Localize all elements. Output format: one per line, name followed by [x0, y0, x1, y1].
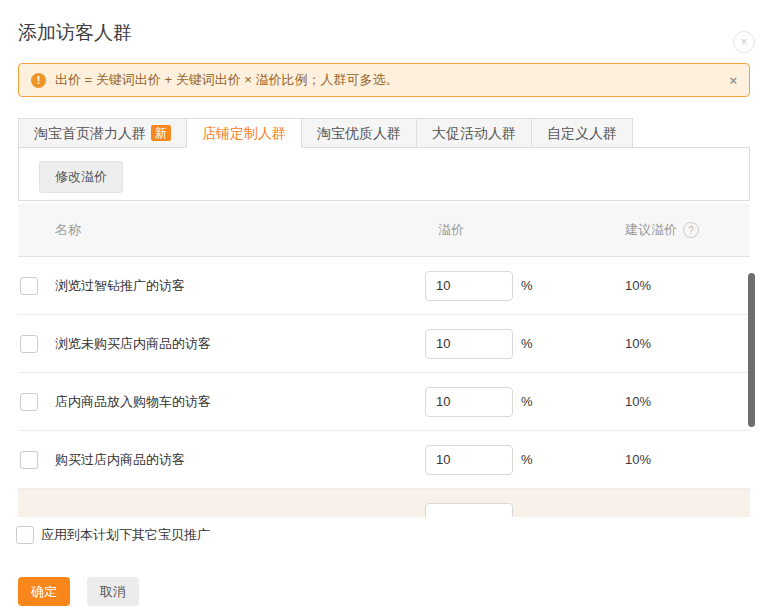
alert-text: 出价 = 关键词出价 + 关键词出价 × 溢价比例；人群可多选。 [55, 71, 398, 89]
percent-sign: % [521, 394, 533, 409]
row-checkbox[interactable] [20, 335, 38, 353]
suggested-premium-value: 10% [625, 278, 651, 293]
suggested-premium-value: 10% [625, 336, 651, 351]
audience-name: 购买过店内商品的访客 [55, 451, 425, 469]
row-checkbox[interactable] [20, 451, 38, 469]
apply-to-plan-checkbox[interactable] [16, 526, 34, 544]
premium-input[interactable] [425, 503, 513, 517]
scrollbar-thumb[interactable] [748, 273, 755, 427]
audience-name: 店内商品放入购物车的访客 [55, 393, 425, 411]
table-header: 名称 溢价 建议溢价 ? [18, 204, 750, 257]
modal-footer: 确定 取消 [18, 577, 750, 606]
percent-sign: % [521, 336, 533, 351]
premium-input[interactable] [425, 271, 513, 301]
row-checkbox[interactable] [20, 277, 38, 295]
audience-name: 浏览过智钻推广的访客 [55, 277, 425, 295]
tab-taobao-quality[interactable]: 淘宝优质人群 [301, 118, 417, 147]
tab-label: 淘宝优质人群 [317, 120, 401, 147]
new-badge: 新 [151, 125, 171, 141]
apply-to-plan-row: 应用到本计划下其它宝贝推广 [14, 526, 750, 544]
header-suggested-premium: 建议溢价 [625, 221, 677, 239]
tab-label: 店铺定制人群 [202, 120, 286, 147]
audience-tabs: 淘宝首页潜力人群 新 店铺定制人群 淘宝优质人群 大促活动人群 自定义人群 [18, 118, 750, 147]
table-row: 购买过店内商品的访客 % 10% [18, 431, 750, 489]
tab-label: 大促活动人群 [432, 120, 516, 147]
premium-input[interactable] [425, 329, 513, 359]
audience-name: 浏览未购买店内商品的访客 [55, 335, 425, 353]
suggested-premium-value: 10% [625, 394, 651, 409]
table-row: 浏览过智钻推广的访客 % 10% [18, 257, 750, 315]
tab-shop-custom[interactable]: 店铺定制人群 [186, 118, 302, 147]
bid-formula-alert: ! 出价 = 关键词出价 + 关键词出价 × 溢价比例；人群可多选。 × [18, 63, 750, 97]
add-visitor-audience-modal: 添加访客人群 × ! 出价 = 关键词出价 + 关键词出价 × 溢价比例；人群可… [0, 20, 768, 611]
premium-input[interactable] [425, 387, 513, 417]
table-row: 浏览未购买店内商品的访客 % 10% [18, 315, 750, 373]
tab-custom[interactable]: 自定义人群 [531, 118, 633, 147]
tab-label: 自定义人群 [547, 120, 617, 147]
confirm-button[interactable]: 确定 [18, 577, 70, 606]
apply-to-plan-label: 应用到本计划下其它宝贝推广 [41, 526, 210, 544]
warning-icon: ! [31, 73, 46, 88]
alert-close-icon[interactable]: × [729, 73, 737, 88]
percent-sign: % [521, 278, 533, 293]
cancel-button[interactable]: 取消 [87, 577, 139, 606]
tab-panel: 修改溢价 [18, 147, 750, 201]
tab-promo-activity[interactable]: 大促活动人群 [416, 118, 532, 147]
table-row-partial [18, 489, 750, 517]
page-title: 添加访客人群 [18, 20, 750, 46]
tab-label: 淘宝首页潜力人群 [34, 120, 146, 147]
row-checkbox[interactable] [20, 393, 38, 411]
premium-input[interactable] [425, 445, 513, 475]
suggested-premium-value: 10% [625, 452, 651, 467]
percent-sign: % [521, 452, 533, 467]
header-premium: 溢价 [425, 221, 464, 239]
tab-taobao-homepage-potential[interactable]: 淘宝首页潜力人群 新 [18, 118, 187, 147]
help-icon[interactable]: ? [683, 222, 699, 238]
audience-table-body: 浏览过智钻推广的访客 % 10% 浏览未购买店内商品的访客 % 10% 店内商品… [18, 257, 750, 517]
modal-close-icon[interactable]: × [733, 31, 755, 53]
header-name: 名称 [55, 221, 425, 239]
modify-premium-button[interactable]: 修改溢价 [39, 161, 123, 193]
table-row: 店内商品放入购物车的访客 % 10% [18, 373, 750, 431]
